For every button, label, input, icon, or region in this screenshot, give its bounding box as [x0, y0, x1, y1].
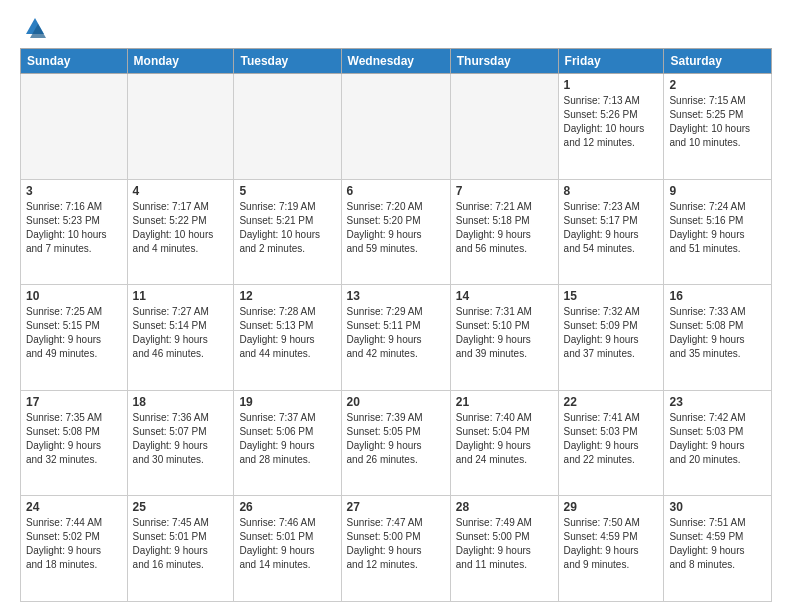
day-number: 24 [26, 500, 122, 514]
weekday-wednesday: Wednesday [341, 49, 450, 74]
day-info: Sunrise: 7:16 AM Sunset: 5:23 PM Dayligh… [26, 200, 122, 256]
day-info: Sunrise: 7:21 AM Sunset: 5:18 PM Dayligh… [456, 200, 553, 256]
day-number: 30 [669, 500, 766, 514]
day-number: 10 [26, 289, 122, 303]
day-cell [234, 74, 341, 180]
day-number: 6 [347, 184, 445, 198]
day-info: Sunrise: 7:37 AM Sunset: 5:06 PM Dayligh… [239, 411, 335, 467]
day-number: 23 [669, 395, 766, 409]
day-cell: 20Sunrise: 7:39 AM Sunset: 5:05 PM Dayli… [341, 390, 450, 496]
day-number: 27 [347, 500, 445, 514]
day-cell: 18Sunrise: 7:36 AM Sunset: 5:07 PM Dayli… [127, 390, 234, 496]
day-info: Sunrise: 7:50 AM Sunset: 4:59 PM Dayligh… [564, 516, 659, 572]
day-number: 17 [26, 395, 122, 409]
day-number: 2 [669, 78, 766, 92]
day-cell: 1Sunrise: 7:13 AM Sunset: 5:26 PM Daylig… [558, 74, 664, 180]
day-number: 11 [133, 289, 229, 303]
day-number: 1 [564, 78, 659, 92]
header [20, 16, 772, 38]
day-info: Sunrise: 7:51 AM Sunset: 4:59 PM Dayligh… [669, 516, 766, 572]
day-number: 9 [669, 184, 766, 198]
day-cell: 9Sunrise: 7:24 AM Sunset: 5:16 PM Daylig… [664, 179, 772, 285]
day-info: Sunrise: 7:17 AM Sunset: 5:22 PM Dayligh… [133, 200, 229, 256]
day-info: Sunrise: 7:36 AM Sunset: 5:07 PM Dayligh… [133, 411, 229, 467]
day-cell: 30Sunrise: 7:51 AM Sunset: 4:59 PM Dayli… [664, 496, 772, 602]
day-cell: 2Sunrise: 7:15 AM Sunset: 5:25 PM Daylig… [664, 74, 772, 180]
day-info: Sunrise: 7:41 AM Sunset: 5:03 PM Dayligh… [564, 411, 659, 467]
day-info: Sunrise: 7:47 AM Sunset: 5:00 PM Dayligh… [347, 516, 445, 572]
weekday-tuesday: Tuesday [234, 49, 341, 74]
day-cell: 22Sunrise: 7:41 AM Sunset: 5:03 PM Dayli… [558, 390, 664, 496]
day-cell: 11Sunrise: 7:27 AM Sunset: 5:14 PM Dayli… [127, 285, 234, 391]
week-row-3: 10Sunrise: 7:25 AM Sunset: 5:15 PM Dayli… [21, 285, 772, 391]
day-cell: 16Sunrise: 7:33 AM Sunset: 5:08 PM Dayli… [664, 285, 772, 391]
day-cell [341, 74, 450, 180]
day-info: Sunrise: 7:24 AM Sunset: 5:16 PM Dayligh… [669, 200, 766, 256]
day-cell: 7Sunrise: 7:21 AM Sunset: 5:18 PM Daylig… [450, 179, 558, 285]
week-row-4: 17Sunrise: 7:35 AM Sunset: 5:08 PM Dayli… [21, 390, 772, 496]
day-number: 7 [456, 184, 553, 198]
day-cell: 17Sunrise: 7:35 AM Sunset: 5:08 PM Dayli… [21, 390, 128, 496]
day-cell: 8Sunrise: 7:23 AM Sunset: 5:17 PM Daylig… [558, 179, 664, 285]
day-info: Sunrise: 7:28 AM Sunset: 5:13 PM Dayligh… [239, 305, 335, 361]
day-cell: 15Sunrise: 7:32 AM Sunset: 5:09 PM Dayli… [558, 285, 664, 391]
weekday-sunday: Sunday [21, 49, 128, 74]
calendar: SundayMondayTuesdayWednesdayThursdayFrid… [20, 48, 772, 602]
day-info: Sunrise: 7:39 AM Sunset: 5:05 PM Dayligh… [347, 411, 445, 467]
day-info: Sunrise: 7:32 AM Sunset: 5:09 PM Dayligh… [564, 305, 659, 361]
day-number: 4 [133, 184, 229, 198]
day-number: 20 [347, 395, 445, 409]
day-info: Sunrise: 7:23 AM Sunset: 5:17 PM Dayligh… [564, 200, 659, 256]
day-number: 5 [239, 184, 335, 198]
week-row-5: 24Sunrise: 7:44 AM Sunset: 5:02 PM Dayli… [21, 496, 772, 602]
day-info: Sunrise: 7:19 AM Sunset: 5:21 PM Dayligh… [239, 200, 335, 256]
day-info: Sunrise: 7:25 AM Sunset: 5:15 PM Dayligh… [26, 305, 122, 361]
day-number: 25 [133, 500, 229, 514]
day-cell: 29Sunrise: 7:50 AM Sunset: 4:59 PM Dayli… [558, 496, 664, 602]
day-cell: 12Sunrise: 7:28 AM Sunset: 5:13 PM Dayli… [234, 285, 341, 391]
weekday-monday: Monday [127, 49, 234, 74]
day-info: Sunrise: 7:45 AM Sunset: 5:01 PM Dayligh… [133, 516, 229, 572]
weekday-friday: Friday [558, 49, 664, 74]
day-number: 16 [669, 289, 766, 303]
day-info: Sunrise: 7:35 AM Sunset: 5:08 PM Dayligh… [26, 411, 122, 467]
day-cell: 13Sunrise: 7:29 AM Sunset: 5:11 PM Dayli… [341, 285, 450, 391]
day-info: Sunrise: 7:42 AM Sunset: 5:03 PM Dayligh… [669, 411, 766, 467]
day-number: 21 [456, 395, 553, 409]
day-cell: 25Sunrise: 7:45 AM Sunset: 5:01 PM Dayli… [127, 496, 234, 602]
day-number: 22 [564, 395, 659, 409]
day-info: Sunrise: 7:49 AM Sunset: 5:00 PM Dayligh… [456, 516, 553, 572]
day-cell: 24Sunrise: 7:44 AM Sunset: 5:02 PM Dayli… [21, 496, 128, 602]
day-number: 14 [456, 289, 553, 303]
day-info: Sunrise: 7:27 AM Sunset: 5:14 PM Dayligh… [133, 305, 229, 361]
day-number: 18 [133, 395, 229, 409]
day-number: 15 [564, 289, 659, 303]
day-info: Sunrise: 7:33 AM Sunset: 5:08 PM Dayligh… [669, 305, 766, 361]
day-cell: 4Sunrise: 7:17 AM Sunset: 5:22 PM Daylig… [127, 179, 234, 285]
day-cell: 28Sunrise: 7:49 AM Sunset: 5:00 PM Dayli… [450, 496, 558, 602]
day-cell [21, 74, 128, 180]
day-info: Sunrise: 7:29 AM Sunset: 5:11 PM Dayligh… [347, 305, 445, 361]
day-cell: 10Sunrise: 7:25 AM Sunset: 5:15 PM Dayli… [21, 285, 128, 391]
day-number: 13 [347, 289, 445, 303]
day-cell: 23Sunrise: 7:42 AM Sunset: 5:03 PM Dayli… [664, 390, 772, 496]
day-number: 8 [564, 184, 659, 198]
day-info: Sunrise: 7:40 AM Sunset: 5:04 PM Dayligh… [456, 411, 553, 467]
day-number: 28 [456, 500, 553, 514]
day-info: Sunrise: 7:13 AM Sunset: 5:26 PM Dayligh… [564, 94, 659, 150]
day-cell: 6Sunrise: 7:20 AM Sunset: 5:20 PM Daylig… [341, 179, 450, 285]
day-info: Sunrise: 7:15 AM Sunset: 5:25 PM Dayligh… [669, 94, 766, 150]
day-cell: 27Sunrise: 7:47 AM Sunset: 5:00 PM Dayli… [341, 496, 450, 602]
day-number: 26 [239, 500, 335, 514]
week-row-2: 3Sunrise: 7:16 AM Sunset: 5:23 PM Daylig… [21, 179, 772, 285]
day-number: 3 [26, 184, 122, 198]
day-info: Sunrise: 7:20 AM Sunset: 5:20 PM Dayligh… [347, 200, 445, 256]
weekday-thursday: Thursday [450, 49, 558, 74]
day-number: 29 [564, 500, 659, 514]
day-info: Sunrise: 7:46 AM Sunset: 5:01 PM Dayligh… [239, 516, 335, 572]
day-cell: 19Sunrise: 7:37 AM Sunset: 5:06 PM Dayli… [234, 390, 341, 496]
day-cell [450, 74, 558, 180]
day-number: 19 [239, 395, 335, 409]
day-cell: 5Sunrise: 7:19 AM Sunset: 5:21 PM Daylig… [234, 179, 341, 285]
day-info: Sunrise: 7:44 AM Sunset: 5:02 PM Dayligh… [26, 516, 122, 572]
